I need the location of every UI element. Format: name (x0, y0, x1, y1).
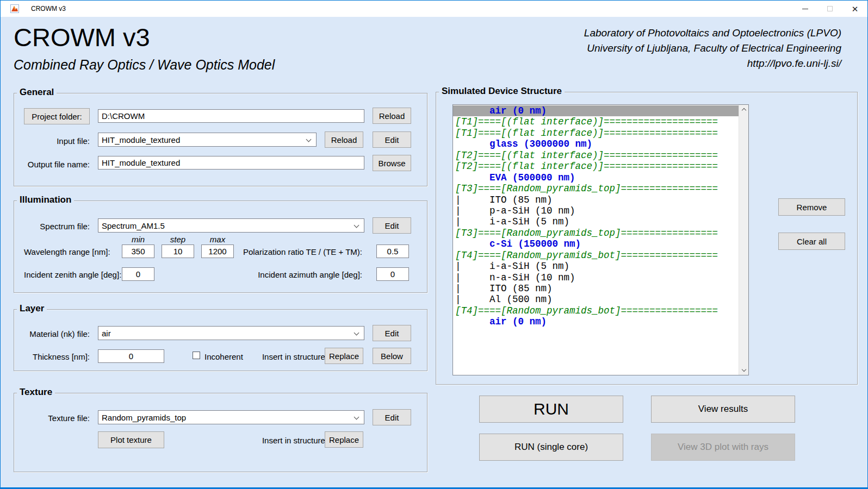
chevron-down-icon (354, 223, 359, 228)
run-button[interactable]: RUN (479, 396, 623, 423)
structure-panel-title: Simulated Device Structure (439, 86, 565, 97)
window-title: CROWM v3 (31, 5, 66, 12)
edit-spectrum-button[interactable]: Edit (373, 217, 411, 234)
structure-list-item[interactable]: | ITO (85 nm) (453, 195, 739, 205)
structure-list-item[interactable]: [T1]====[(flat interface)]==============… (453, 116, 739, 127)
azimuth-angle-label: Incident azimuth angle [deg]: (237, 270, 362, 279)
page-subtitle: Combined Ray Optics / Wave Optics Model (14, 57, 275, 73)
clear-all-button[interactable]: Clear all (778, 233, 845, 250)
spectrum-file-value: Spectrum_AM1.5 (102, 221, 165, 230)
org-line-2: University of Ljubljana, Faculty of Elec… (584, 41, 841, 56)
incoherent-checkbox[interactable] (193, 352, 200, 359)
maximize-icon (827, 6, 833, 11)
layer-below-button[interactable]: Below (373, 348, 411, 364)
wavelength-min-field[interactable] (122, 244, 154, 258)
organization-info: Laboratory of Photovoltaics and Optoelec… (584, 26, 841, 71)
thickness-label: Thickness [nm]: (14, 352, 90, 361)
structure-panel: Simulated Device Structure air (0 nm)[T1… (436, 92, 858, 385)
wavelength-step-field[interactable] (162, 244, 194, 258)
edit-input-button[interactable]: Edit (373, 131, 411, 148)
input-file-combobox[interactable]: HIT_module_textured (98, 133, 317, 147)
output-file-field[interactable] (98, 156, 364, 170)
min-label: min (122, 235, 154, 244)
structure-list-item[interactable]: | Al (500 nm) (453, 294, 739, 305)
material-file-label: Material (nk) file: (14, 329, 90, 338)
structure-list-item[interactable]: | i-a-SiH (5 nm) (453, 216, 739, 227)
structure-list-item[interactable]: air (0 nm) (453, 105, 739, 116)
minimize-button[interactable] (792, 1, 817, 17)
org-line-3: http://lpvo.fe.uni-lj.si/ (584, 56, 841, 71)
output-file-label: Output file name: (14, 160, 90, 169)
structure-list-item[interactable]: | n-a-SiH (10 nm) (453, 272, 739, 283)
structure-list-item[interactable]: [T2]====[(flat interface)]==============… (453, 150, 739, 161)
title-bar: CROWM v3 ✕ (1, 1, 867, 17)
plot-texture-button[interactable]: Plot texture (98, 431, 164, 448)
browse-button[interactable]: Browse (373, 155, 411, 171)
input-file-value: HIT_module_textured (102, 135, 180, 145)
project-folder-button[interactable]: Project folder: (24, 108, 90, 124)
material-file-combobox[interactable]: air (98, 326, 364, 340)
remove-button[interactable]: Remove (778, 198, 845, 216)
maximize-button[interactable] (817, 1, 842, 17)
texture-panel-title: Texture (17, 387, 55, 398)
zenith-angle-field[interactable] (122, 267, 154, 281)
polarization-field[interactable] (376, 244, 409, 258)
structure-list-item[interactable]: c-Si (150000 nm) (453, 239, 739, 249)
max-label: max (201, 235, 234, 244)
texture-insert-label: Insert in structure: (248, 436, 327, 445)
structure-listbox[interactable]: air (0 nm)[T1]====[(flat interface)]====… (452, 104, 749, 375)
scroll-down-icon[interactable] (739, 366, 748, 375)
layer-panel-title: Layer (17, 303, 47, 314)
layer-insert-label: Insert in structure: (248, 352, 327, 361)
input-file-label: Input file: (14, 136, 90, 146)
structure-list-item[interactable]: | ITO (85 nm) (453, 283, 739, 294)
layer-panel: Layer Material (nk) file: air Edit Thick… (14, 309, 427, 371)
illumination-panel-title: Illumination (17, 195, 74, 205)
reload-folder-button[interactable]: Reload (373, 108, 411, 124)
structure-scrollbar[interactable] (739, 105, 748, 375)
spectrum-file-combobox[interactable]: Spectrum_AM1.5 (98, 218, 364, 233)
texture-file-combobox[interactable]: Random_pyramids_top (98, 410, 364, 424)
scroll-up-icon[interactable] (739, 105, 748, 114)
azimuth-angle-field[interactable] (376, 267, 409, 281)
chevron-down-icon (354, 330, 359, 336)
close-button[interactable]: ✕ (842, 1, 867, 17)
wavelength-max-field[interactable] (201, 244, 234, 258)
general-panel-title: General (17, 87, 57, 98)
structure-list-item[interactable]: [T1]====[(flat interface)]==============… (453, 128, 739, 139)
chevron-down-icon (306, 137, 312, 142)
view-3d-plot-button[interactable]: View 3D plot with rays (651, 434, 795, 461)
matlab-app-icon (10, 4, 19, 13)
material-file-value: air (102, 329, 111, 338)
polarization-label: Polarization ratio TE / (TE + TM): (237, 247, 362, 256)
structure-list-item[interactable]: [T2]====[(flat interface)]==============… (453, 161, 739, 172)
texture-replace-button[interactable]: Replace (325, 431, 363, 448)
incoherent-label: Incoherent (204, 352, 243, 361)
structure-list-item[interactable]: [T3]====[Random_pyramids_top]===========… (453, 228, 739, 239)
illumination-panel: Illumination Spectrum file: Spectrum_AM1… (14, 200, 427, 293)
structure-list-item[interactable]: | i-a-SiH (5 nm) (453, 261, 739, 272)
structure-list-item[interactable]: EVA (500000 nm) (453, 172, 739, 183)
structure-list-item[interactable]: air (0 nm) (453, 316, 739, 327)
structure-list-item[interactable]: glass (3000000 nm) (453, 139, 739, 149)
structure-list-item[interactable]: | p-a-SiH (10 nm) (453, 205, 739, 216)
run-single-core-button[interactable]: RUN (single core) (479, 434, 623, 461)
edit-texture-button[interactable]: Edit (373, 409, 411, 425)
minimize-icon (802, 9, 808, 9)
edit-material-button[interactable]: Edit (373, 325, 411, 341)
reload-input-button[interactable]: Reload (325, 131, 363, 148)
structure-list-item[interactable]: [T4]====[Random_pyramids_bot]===========… (453, 250, 739, 261)
view-results-button[interactable]: View results (651, 396, 795, 423)
thickness-field[interactable] (98, 349, 164, 363)
step-label: step (162, 235, 194, 244)
structure-list-item[interactable]: [T3]====[Random_pyramids_top]===========… (453, 183, 739, 194)
structure-list-item[interactable]: [T4]====[Random_pyramids_bot]===========… (453, 305, 739, 316)
texture-file-label: Texture file: (14, 413, 90, 423)
texture-panel: Texture Texture file: Random_pyramids_to… (14, 393, 427, 472)
layer-replace-button[interactable]: Replace (325, 348, 363, 364)
spectrum-file-label: Spectrum file: (14, 222, 90, 231)
close-icon: ✕ (852, 5, 859, 13)
app-window: CROWM v3 ✕ CROWM v3 Combined Ray Optics … (0, 0, 868, 489)
project-folder-field[interactable] (98, 109, 364, 123)
general-panel: General Project folder: Reload Input fil… (14, 93, 427, 186)
